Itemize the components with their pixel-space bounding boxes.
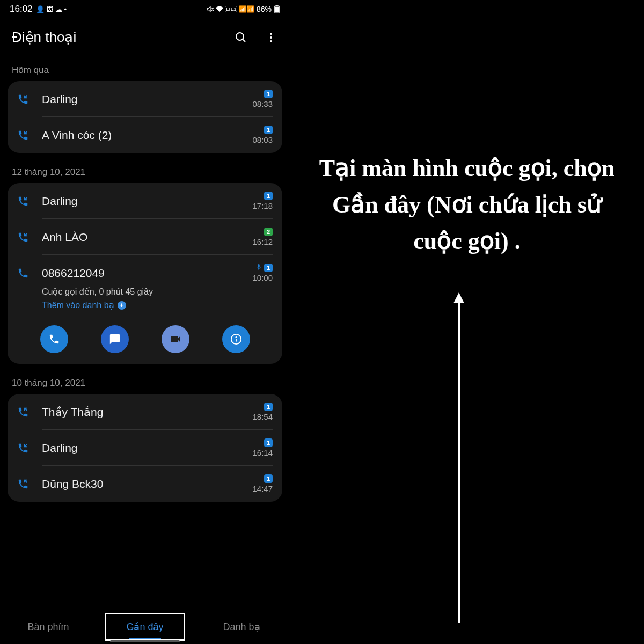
section-header-yesterday: Hôm qua (0, 51, 290, 81)
incoming-call-icon (17, 267, 32, 279)
call-group: Thầy Thắng 1 18:54 Darling 1 16:14 Dũng … (8, 394, 282, 502)
svg-rect-1 (276, 5, 278, 6)
svg-point-3 (236, 33, 244, 40)
call-name: A Vinh cóc (2) (42, 129, 252, 142)
home-indicator[interactable] (110, 640, 180, 642)
tutorial-arrow (451, 290, 483, 633)
outgoing-call-icon (17, 406, 32, 418)
call-duration-text: Cuộc gọi đến, 0 phút 45 giây (42, 287, 273, 297)
phone-screen: 16:02 👤 🖼 ☁ • LTE1 📶📶 86% Điện thoại H (0, 0, 290, 644)
svg-rect-8 (258, 264, 259, 268)
call-row[interactable]: Thầy Thắng 1 18:54 (8, 394, 282, 430)
incoming-call-icon (17, 231, 32, 243)
tab-contacts[interactable]: Danh bạ (193, 610, 290, 644)
tab-keypad[interactable]: Bàn phím (0, 610, 97, 644)
status-time: 16:02 (10, 4, 33, 14)
sim-badge: 2 (264, 228, 273, 236)
svg-rect-2 (275, 7, 279, 13)
section-header-oct12: 12 tháng 10, 2021 (0, 153, 290, 183)
recording-icon (256, 264, 261, 272)
section-header-oct10: 10 tháng 10, 2021 (0, 364, 290, 394)
call-button[interactable] (40, 325, 68, 353)
battery-icon (274, 5, 280, 13)
call-name: Darling (42, 195, 252, 208)
message-button[interactable] (101, 325, 129, 353)
call-time: 10:00 (252, 273, 273, 282)
call-time: 14:47 (252, 484, 273, 493)
tutorial-annotation-text: Tại màn hình cuộc gọi, chọn Gần đây (Nơi… (311, 150, 623, 260)
status-battery: 86% (257, 5, 272, 13)
call-name: Darling (42, 93, 252, 106)
svg-point-6 (270, 36, 272, 39)
svg-point-7 (270, 40, 272, 42)
call-name: Thầy Thắng (42, 406, 252, 419)
call-group: Darling 1 17:18 Anh LÀO 2 16:12 08662120… (8, 183, 282, 364)
status-bar: 16:02 👤 🖼 ☁ • LTE1 📶📶 86% (0, 0, 290, 18)
add-to-contacts-link[interactable]: Thêm vào danh bạ + (42, 300, 273, 310)
video-call-button[interactable] (162, 325, 189, 353)
call-time: 08:03 (252, 135, 273, 144)
call-group: Darling 1 08:33 A Vinh cóc (2) 1 08:03 (8, 81, 282, 153)
app-header: Điện thoại (0, 18, 290, 51)
call-time: 17:18 (252, 201, 273, 210)
svg-line-4 (243, 39, 245, 42)
call-row[interactable]: Dũng Bck30 1 14:47 (8, 466, 282, 502)
call-row-expanded[interactable]: 0866212049 1 10:00 (8, 255, 282, 287)
sim-badge: 1 (264, 402, 273, 411)
call-name: Dũng Bck30 (42, 478, 252, 491)
sim-badge: 1 (264, 90, 273, 98)
call-row[interactable]: Darling 1 08:33 (8, 81, 282, 117)
tab-recent[interactable]: Gần đây (97, 610, 193, 644)
incoming-call-icon (17, 442, 32, 454)
info-button[interactable] (222, 325, 250, 353)
call-name: Anh LÀO (42, 231, 252, 244)
call-name: Darling (42, 442, 252, 455)
sim-badge: 1 (264, 126, 273, 134)
call-detail: Cuộc gọi đến, 0 phút 45 giây Thêm vào da… (8, 287, 282, 318)
sim-badge: 1 (264, 192, 273, 200)
incoming-call-icon (17, 129, 32, 141)
svg-point-5 (270, 33, 272, 35)
sim-badge: 1 (264, 264, 273, 272)
incoming-call-icon (17, 195, 32, 207)
bottom-tabs: Bàn phím Gần đây Danh bạ (0, 610, 290, 644)
call-name: 0866212049 (42, 267, 252, 280)
status-app-icons: 👤 🖼 ☁ • (36, 5, 67, 13)
more-icon[interactable] (264, 31, 278, 45)
status-network-icons: LTE1 📶📶 (207, 5, 254, 13)
sim-badge: 1 (264, 438, 273, 447)
sim-badge: 1 (264, 474, 273, 483)
incoming-call-icon (17, 93, 32, 105)
call-row[interactable]: A Vinh cóc (2) 1 08:03 (8, 117, 282, 153)
outgoing-call-icon (17, 478, 32, 490)
app-title: Điện thoại (12, 29, 76, 46)
search-icon[interactable] (234, 31, 248, 45)
svg-point-10 (235, 336, 237, 338)
call-time: 18:54 (252, 412, 273, 421)
call-row[interactable]: Darling 1 17:18 (8, 183, 282, 219)
plus-icon: + (118, 301, 126, 310)
call-row[interactable]: Anh LÀO 2 16:12 (8, 219, 282, 255)
svg-rect-11 (236, 339, 237, 342)
call-time: 16:12 (252, 237, 273, 246)
call-time: 08:33 (252, 99, 273, 108)
call-time: 16:14 (252, 448, 273, 457)
call-actions (8, 318, 282, 364)
call-row[interactable]: Darling 1 16:14 (8, 430, 282, 466)
svg-marker-13 (453, 292, 464, 303)
